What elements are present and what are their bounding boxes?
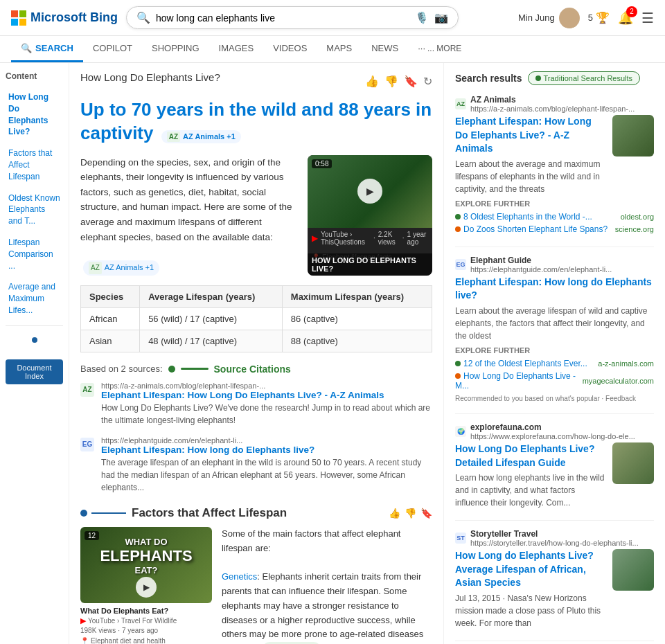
sources-header: Based on 2 sources: Source Citations bbox=[80, 364, 432, 375]
topbar: Microsoft Bing 🔍 🎙️ 📷 Min Jung 5 🏆 🔔 2 ☰ bbox=[0, 0, 665, 36]
user-avatar[interactable] bbox=[559, 8, 580, 28]
result-2-favicon: EG bbox=[455, 259, 466, 270]
source-1-desc: How Long Do Elephants Live? We've done t… bbox=[101, 402, 432, 427]
result-2-explore-2[interactable]: How Long Do Elephants Live - M... myagec… bbox=[455, 370, 654, 392]
trophy-icon: 🏆 bbox=[596, 11, 610, 24]
page-actions: 👍 👎 🔖 ↻ bbox=[365, 75, 432, 88]
answer-source-tag[interactable]: AZ AZ Animals +1 bbox=[161, 130, 241, 143]
table-header-average: Average Lifespan (years) bbox=[140, 285, 283, 307]
source-2-title[interactable]: Elephant Lifespan: How long do Elephants… bbox=[101, 445, 432, 455]
table-row: African 56 (wild) / 17 (captive) 86 (cap… bbox=[81, 307, 432, 330]
tab-more[interactable]: ··· ... MORE bbox=[408, 36, 471, 62]
hamburger-menu[interactable]: ☰ bbox=[641, 10, 654, 26]
result-4-favicon: ST bbox=[455, 533, 466, 544]
result-2-site-row: EG Elephant Guide https://elephantguide.… bbox=[455, 256, 654, 274]
result-4-text: How Long do Elephants Live? Average Life… bbox=[455, 549, 605, 629]
source-cite-2: EG https://elephantguide.com/en/elephant… bbox=[80, 436, 432, 494]
reward-points: 5 bbox=[588, 12, 593, 23]
sidebar-item-comparison[interactable]: Lifespan Comparison ... bbox=[6, 233, 63, 275]
refresh-button[interactable]: ↻ bbox=[423, 75, 432, 88]
result-4-thumbnail bbox=[612, 549, 654, 591]
factors-video-title: What Do Elephants Eat? bbox=[80, 607, 212, 615]
document-index-button[interactable]: Document Index bbox=[6, 359, 63, 384]
factors-video[interactable]: 12 WHAT DO ELEPHANTS EAT? ▶ What Do Elep… bbox=[80, 527, 212, 644]
factors-indicator-dot bbox=[80, 510, 87, 517]
user-name: Min Jung bbox=[518, 12, 555, 23]
search-bar: 🔍 🎙️ 📷 bbox=[126, 6, 459, 29]
explore-dot bbox=[455, 226, 461, 232]
sources-indicator-dot bbox=[168, 366, 175, 373]
tab-images[interactable]: IMAGES bbox=[209, 36, 264, 62]
source-1-url: https://a-z-animals.com/blog/elephant-li… bbox=[101, 382, 432, 390]
factors-video-play[interactable]: ▶ bbox=[136, 577, 157, 598]
dislike-button[interactable]: 👎 bbox=[384, 75, 398, 88]
answer-source-tag2[interactable]: AZ AZ Animals +1 bbox=[83, 260, 159, 276]
result-1-thumbnail bbox=[612, 115, 654, 156]
factors-heading-row: Factors that Affect Lifespan 👍 👎 🔖 bbox=[80, 506, 432, 520]
tab-search[interactable]: 🔍 SEARCH bbox=[11, 36, 83, 62]
az-favicon: AZ bbox=[80, 383, 94, 397]
result-3-site: explorefauna.com https://www.explorefaun… bbox=[470, 422, 635, 440]
video-play-button[interactable]: ▶ bbox=[357, 179, 382, 204]
like-button[interactable]: 👍 bbox=[365, 75, 379, 88]
tab-maps[interactable]: MAPS bbox=[317, 36, 362, 62]
green-circle-icon bbox=[535, 75, 541, 81]
search-icons: 🎙️ 📷 bbox=[415, 11, 448, 24]
result-1-explore-2[interactable]: Do Zoos Shorten Elephant Life Spans? sci… bbox=[455, 223, 654, 235]
source-1-title[interactable]: Elephant Lifespan: How Long Do Elephants… bbox=[101, 390, 432, 400]
result-4-title[interactable]: How Long do Elephants Live? Average Life… bbox=[455, 549, 605, 590]
video-duration: 0:58 bbox=[312, 159, 332, 168]
search-icon: 🔍 bbox=[136, 11, 150, 24]
factors-text: Some of the main factors that affect ele… bbox=[222, 527, 432, 644]
divider-4 bbox=[455, 641, 654, 641]
result-2-explore-1[interactable]: 12 of the Oldest Elephants Ever... a-z-a… bbox=[455, 357, 654, 370]
result-1-site-row: AZ AZ Animals https://a-z-animals.com/bl… bbox=[455, 95, 654, 113]
factors-like-button[interactable]: 👍 bbox=[389, 508, 400, 519]
sidebar-item-oldest[interactable]: Oldest Known Elephants and T... bbox=[6, 189, 63, 231]
result-1-explore-label: EXPLORE FURTHER bbox=[455, 199, 654, 208]
tab-videos[interactable]: VIDEOS bbox=[263, 36, 317, 62]
result-1-desc: Learn about the average and maximum life… bbox=[455, 158, 605, 195]
tab-news[interactable]: NEWS bbox=[362, 36, 408, 62]
result-item-1: AZ AZ Animals https://a-z-animals.com/bl… bbox=[455, 95, 654, 235]
sidebar-item-factors[interactable]: Factors that Affect Lifespan bbox=[6, 144, 63, 186]
tab-copilot[interactable]: COPILOT bbox=[83, 36, 142, 62]
factors-bookmark-button[interactable]: 🔖 bbox=[420, 508, 432, 519]
nav-tabs: 🔍 SEARCH COPILOT SHOPPING IMAGES VIDEOS … bbox=[0, 36, 665, 63]
svg-point-4 bbox=[565, 11, 574, 21]
genetics-link[interactable]: Genetics bbox=[222, 571, 257, 582]
result-1-explore-1[interactable]: 8 Oldest Elephants in the World -... old… bbox=[455, 211, 654, 223]
result-4-site: Storyteller Travel https://storyteller.t… bbox=[470, 529, 639, 547]
result-2-title[interactable]: Elephant Lifespan: How long do Elephants… bbox=[455, 276, 654, 303]
source-citations-heading: Source Citations bbox=[214, 364, 291, 375]
factors-dislike-button[interactable]: 👎 bbox=[405, 508, 416, 519]
result-3-title[interactable]: How Long Do Elephants Live? Detailed Lif… bbox=[455, 442, 605, 469]
mic-button[interactable]: 🎙️ bbox=[415, 11, 429, 24]
bing-logo[interactable]: Microsoft Bing bbox=[11, 10, 118, 26]
answer-video-thumbnail[interactable]: ▶ HOW LONG DO ELEPHANTS LIVE? 0:58 ▶ You… bbox=[308, 155, 432, 276]
svg-rect-3 bbox=[19, 19, 26, 26]
result-3-desc: Learn how long elephants live in the wil… bbox=[455, 472, 605, 509]
result-1-title[interactable]: Elephant Lifespan: How Long Do Elephants… bbox=[455, 115, 605, 156]
result-2-desc: Learn about the average lifespan of wild… bbox=[455, 305, 654, 342]
search-input[interactable] bbox=[156, 12, 409, 24]
factors-video-overlay2: ELEPHANTS bbox=[80, 547, 212, 565]
camera-button[interactable]: 📷 bbox=[434, 11, 448, 24]
table-row: Asian 48 (wild) / 17 (captive) 88 (capti… bbox=[81, 330, 432, 352]
sidebar-item-how-long[interactable]: How Long Do Elephants Live? bbox=[6, 88, 63, 141]
main-content: How Long Do Elephants Live? 👍 👎 🔖 ↻ Up t… bbox=[69, 63, 443, 644]
tab-shopping[interactable]: SHOPPING bbox=[142, 36, 209, 62]
factors-section-heading: Factors that Affect Lifespan bbox=[132, 506, 287, 520]
sidebar-item-average[interactable]: Average and Maximum Lifes... bbox=[6, 278, 63, 319]
sidebar-indicator-dot bbox=[32, 337, 37, 343]
table-cell-species-0: African bbox=[81, 307, 140, 330]
result-1-favicon: AZ bbox=[455, 98, 466, 109]
notifications-button[interactable]: 🔔 2 bbox=[618, 10, 633, 26]
search-tab-icon: 🔍 bbox=[21, 43, 32, 53]
factors-video-thumbnail[interactable]: 12 WHAT DO ELEPHANTS EAT? ▶ bbox=[80, 527, 212, 603]
table-header-species: Species bbox=[81, 285, 140, 307]
factors-video-overlay3: EAT? bbox=[80, 565, 212, 575]
bookmark-button[interactable]: 🔖 bbox=[404, 75, 418, 88]
divider-2 bbox=[455, 413, 654, 414]
result-4-body: How Long do Elephants Live? Average Life… bbox=[455, 549, 654, 629]
